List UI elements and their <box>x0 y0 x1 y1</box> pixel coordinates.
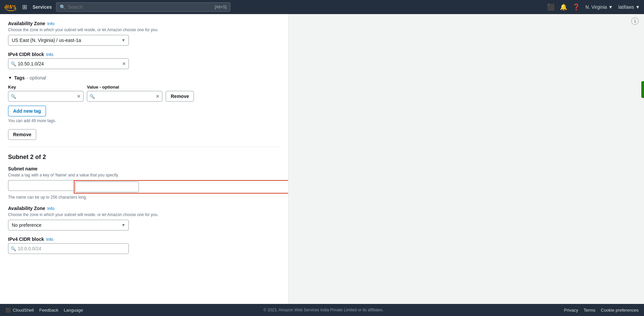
privacy-link[interactable]: Privacy <box>564 308 578 313</box>
cloudshell-button[interactable]: ⬛ CloudShell <box>5 308 34 313</box>
tag-value-input[interactable]: PublicSubnet <box>87 91 162 102</box>
tags-arrow-icon: ▼ <box>8 75 12 80</box>
remove-subnet-button[interactable]: Remove <box>8 129 36 140</box>
user-menu[interactable]: latifaws ▼ <box>618 4 640 10</box>
right-panel: ℹ <box>288 14 644 304</box>
tag-key-col-label: Key <box>8 85 84 90</box>
subnet2-header: Subnet 2 of 2 <box>8 154 280 161</box>
tag-key-input[interactable]: Name <box>8 91 84 102</box>
bottom-bar: ⬛ CloudShell Feedback Language © 2023, A… <box>0 304 644 316</box>
top-navigation: ⊞ Services 🔍 [Alt+S] ⬛ 🔔 ❓ N. Virginia ▼… <box>0 0 644 14</box>
tag-value-input-wrapper: 🔍 PublicSubnet ✕ <box>87 91 162 102</box>
cloudshell-icon[interactable]: ⬛ <box>547 3 554 11</box>
help-icon[interactable]: ❓ <box>573 3 580 11</box>
subnet2-name-highlight-input[interactable] <box>75 181 139 192</box>
availability-zone-info-link[interactable]: Info <box>47 21 55 26</box>
bottom-bar-left: ⬛ CloudShell Feedback Language <box>5 308 83 313</box>
tags-label: Tags <box>14 75 25 81</box>
cidr-search-icon: 🔍 <box>11 61 16 66</box>
user-label: latifaws <box>618 4 634 10</box>
subnet2-cidr-search-icon: 🔍 <box>11 246 16 251</box>
cidr-clear-icon[interactable]: ✕ <box>122 61 126 66</box>
subnet2-section: Subnet 2 of 2 Subnet name Create a tag w… <box>0 147 288 267</box>
search-shortcut: [Alt+S] <box>215 5 227 9</box>
tag-value-clear-icon[interactable]: ✕ <box>156 94 160 99</box>
aws-logo[interactable] <box>4 3 17 11</box>
add-new-tag-button[interactable]: Add new tag <box>8 106 46 116</box>
tag-key-input-wrapper: 🔍 Name ✕ <box>8 91 84 102</box>
cloudshell-icon-bottom: ⬛ <box>5 308 11 313</box>
tags-limit-text: You can add 49 more tags. <box>8 118 280 123</box>
search-input[interactable] <box>68 4 212 10</box>
availability-zone-field-group: Availability Zone Info Choose the zone i… <box>8 21 280 46</box>
services-link[interactable]: Services <box>33 4 52 10</box>
tags-collapse-header[interactable]: ▼ Tags - optional <box>8 75 280 81</box>
bottom-bar-right: Privacy Terms Cookie preferences <box>564 308 639 313</box>
grid-icon[interactable]: ⊞ <box>21 2 29 12</box>
tag-key-col: Key 🔍 Name ✕ <box>8 85 84 102</box>
availability-zone-select-wrapper: US East (N. Virginia) / us-east-1a ▼ <box>8 35 129 46</box>
search-icon: 🔍 <box>60 4 65 10</box>
language-link[interactable]: Language <box>64 308 83 313</box>
tags-section: ▼ Tags - optional Key 🔍 Name ✕ <box>8 75 280 123</box>
copyright-text: © 2023, Amazon Web Services India Privat… <box>264 308 384 312</box>
left-panel: Availability Zone Info Choose the zone i… <box>0 14 288 304</box>
subnet2-name-label: Subnet name <box>8 166 280 171</box>
subnet2-ipv4-cidr-info-link[interactable]: Info <box>46 237 53 242</box>
ipv4-cidr-field-group: IPv4 CIDR block Info 🔍 10.50.1.0/24 ✕ <box>8 52 280 69</box>
scroll-indicator <box>641 81 644 98</box>
remove-tag-button[interactable]: Remove <box>166 91 194 102</box>
ipv4-cidr-info-link[interactable]: Info <box>46 52 53 57</box>
region-selector[interactable]: N. Virginia ▼ <box>585 4 613 10</box>
region-chevron-icon: ▼ <box>608 4 613 10</box>
subnet2-availability-zone-description: Choose the zone in which your subnet wil… <box>8 212 280 217</box>
tag-key-clear-icon[interactable]: ✕ <box>77 94 81 99</box>
nav-right-group: ⬛ 🔔 ❓ N. Virginia ▼ latifaws ▼ <box>547 3 640 11</box>
subnet2-availability-zone-info-link[interactable]: Info <box>47 206 55 211</box>
notifications-icon[interactable]: 🔔 <box>560 3 567 11</box>
ipv4-cidr-label: IPv4 CIDR block Info <box>8 52 280 57</box>
subnet2-name-note: The name can be up to 256 characters lon… <box>8 195 280 200</box>
main-wrapper: Availability Zone Info Choose the zone i… <box>0 14 644 304</box>
tags-optional-label: - optional <box>27 75 46 81</box>
tag-value-col: Value - optional 🔍 PublicSubnet ✕ <box>87 85 162 102</box>
tag-value-col-label: Value - optional <box>87 85 162 90</box>
region-label: N. Virginia <box>585 4 607 10</box>
cookie-preferences-link[interactable]: Cookie preferences <box>601 308 639 313</box>
user-chevron-icon: ▼ <box>635 4 640 10</box>
tag-key-search-icon: 🔍 <box>11 94 16 99</box>
ipv4-cidr-input[interactable]: 10.50.1.0/24 <box>8 58 129 69</box>
subnet2-name-input[interactable]: my-subnet-01 <box>8 180 74 191</box>
terms-link[interactable]: Terms <box>584 308 595 313</box>
subnet2-name-field-group: Subnet name Create a tag with a key of '… <box>8 166 280 200</box>
search-bar[interactable]: 🔍 [Alt+S] <box>56 2 230 12</box>
feedback-link[interactable]: Feedback <box>39 308 58 313</box>
cloudshell-label: CloudShell <box>13 308 34 313</box>
subnet2-availability-zone-select[interactable]: No preference <box>8 220 129 230</box>
tag-value-search-icon: 🔍 <box>90 94 95 99</box>
subnet1-availability-zone-section: Availability Zone Info Choose the zone i… <box>0 14 288 147</box>
availability-zone-description: Choose the zone in which your subnet wil… <box>8 28 280 32</box>
availability-zone-select[interactable]: US East (N. Virginia) / us-east-1a <box>8 35 129 46</box>
ipv4-cidr-input-wrapper: 🔍 10.50.1.0/24 ✕ <box>8 58 129 69</box>
subnet2-ipv4-cidr-input[interactable] <box>8 243 129 254</box>
subnet2-name-description: Create a tag with a key of 'Name' and a … <box>8 173 280 177</box>
right-panel-info-icon[interactable]: ℹ <box>631 17 639 25</box>
availability-zone-label: Availability Zone Info <box>8 21 280 26</box>
subnet2-ipv4-cidr-field-group: IPv4 CIDR block Info 🔍 <box>8 236 280 254</box>
subnet2-ipv4-cidr-label: IPv4 CIDR block Info <box>8 236 280 242</box>
subnet2-ipv4-cidr-input-wrapper: 🔍 <box>8 243 129 254</box>
subnet2-availability-zone-field-group: Availability Zone Info Choose the zone i… <box>8 206 280 230</box>
subnet2-availability-zone-label: Availability Zone Info <box>8 206 280 211</box>
tags-row: Key 🔍 Name ✕ Value - optional 🔍 PublicSu… <box>8 85 280 102</box>
subnet2-availability-zone-select-wrapper: No preference ▼ <box>8 220 129 230</box>
